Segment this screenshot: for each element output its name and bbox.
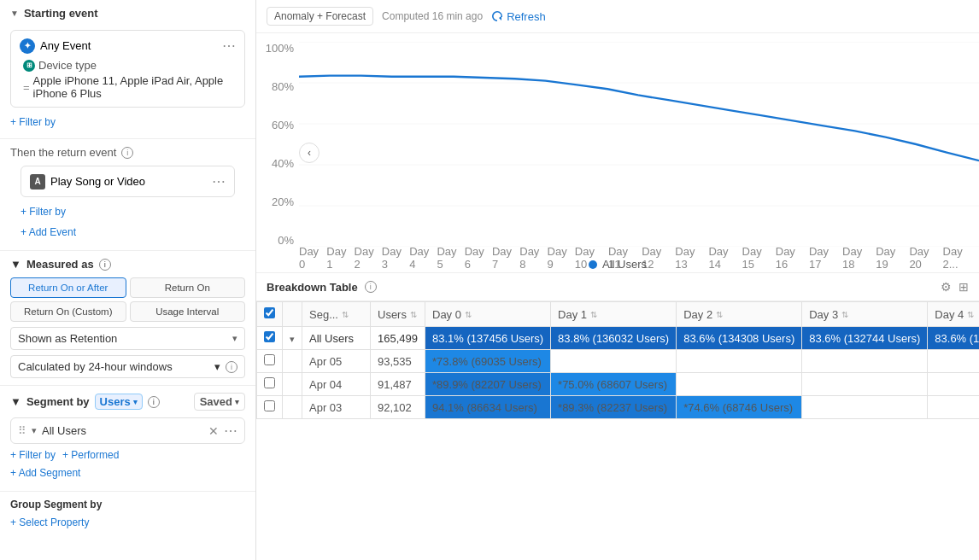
filter-performed-row: + Filter by + Performed <box>10 449 245 461</box>
starting-event-chevron[interactable]: ▼ <box>10 9 19 18</box>
y-label-100: 100% <box>261 42 294 55</box>
usage-interval-button[interactable]: Usage Interval <box>130 301 246 322</box>
filter-value-row: = Apple iPhone 11, Apple iPad Air, Apple… <box>23 74 236 100</box>
filter-by-tag[interactable]: + Filter by <box>10 449 56 461</box>
row-seg: Apr 05 <box>302 350 371 373</box>
calc-info-icon[interactable]: i <box>226 361 237 373</box>
segment-chevron[interactable]: ▼ <box>10 395 21 408</box>
drag-handle[interactable]: ⠿ <box>18 424 26 437</box>
x-day-2: Day 2 <box>355 245 382 271</box>
add-event-button[interactable]: + Add Event <box>21 226 76 238</box>
device-type-icon: ⊞ <box>23 60 35 72</box>
calculated-by-label: Calculated by 24-hour windows <box>18 360 173 373</box>
filter-operator: = <box>23 81 30 94</box>
row-day-3 <box>802 350 928 373</box>
day1-sort-icon: ⇅ <box>590 310 597 319</box>
return-event-label: Then the return event i <box>10 146 245 159</box>
saved-button[interactable]: Saved ▾ <box>194 393 245 411</box>
retention-chart <box>299 42 979 247</box>
th-users[interactable]: Users ⇅ <box>371 302 425 327</box>
row-checkbox[interactable] <box>264 377 275 388</box>
row-day-2 <box>677 350 802 373</box>
row-checkbox[interactable] <box>264 354 275 365</box>
breakdown-settings-button[interactable]: ⚙ <box>941 280 952 294</box>
row-day-3: 83.6% (132744 Users) <box>802 327 928 350</box>
row-checkbox[interactable] <box>264 331 275 342</box>
return-event-letter-icon: A <box>30 174 45 190</box>
return-event-info-icon[interactable]: i <box>121 147 133 159</box>
day0-sort-icon: ⇅ <box>465 310 472 319</box>
starting-event-more[interactable]: ⋯ <box>222 38 236 54</box>
x-day-15: Day 15 <box>742 245 776 271</box>
row-day-1: *89.3% (82237 Users) <box>551 396 677 419</box>
row-day-4 <box>928 350 979 373</box>
measured-as-info-icon[interactable]: i <box>99 259 111 271</box>
row-day-0: 83.1% (137456 Users) <box>425 327 551 350</box>
day2-sort-icon: ⇅ <box>716 310 723 319</box>
measured-chevron[interactable]: ▼ <box>10 258 21 271</box>
segment-info-icon[interactable]: i <box>148 396 160 408</box>
segment-name-input[interactable] <box>42 424 203 437</box>
users-tag-label: Users <box>100 395 131 408</box>
x-day-21: Day 2... <box>943 245 979 271</box>
row-day-3 <box>802 396 928 419</box>
table-header-row: Seg... ⇅ Users ⇅ Day 0 ⇅ Day 1 ⇅ Day 2 ⇅ <box>257 302 980 327</box>
chart-area: 100% 80% 60% 40% 20% 0% ‹ Day 0 <box>256 33 979 272</box>
return-event-more[interactable]: ⋯ <box>212 173 226 190</box>
segment-by-header: ▼ Segment by Users ▾ i Saved ▾ <box>10 393 245 411</box>
return-on-button[interactable]: Return On <box>130 277 246 298</box>
saved-label: Saved <box>200 395 232 408</box>
breakdown-info-icon[interactable]: i <box>365 281 377 293</box>
chart-nav-left[interactable]: ‹ <box>299 143 319 163</box>
row-checkbox[interactable] <box>264 400 275 411</box>
add-property-button[interactable]: + Select Property <box>10 516 89 528</box>
y-label-0: 0% <box>261 234 294 247</box>
x-day-16: Day 16 <box>776 245 809 271</box>
users-tag[interactable]: Users ▾ <box>95 394 143 410</box>
breakdown-export-button[interactable]: ⊞ <box>958 280 969 294</box>
th-seg[interactable]: Seg... ⇅ <box>302 302 371 327</box>
return-add-filter-button[interactable]: + Filter by <box>21 206 66 218</box>
breakdown-icons: ⚙ ⊞ <box>941 280 969 294</box>
anomaly-forecast-button[interactable]: Anomaly + Forecast <box>267 7 373 26</box>
return-event-card-header: A Play Song or Video ⋯ <box>30 173 226 190</box>
segment-more-button[interactable]: ⋯ <box>224 423 237 439</box>
calculated-by-row[interactable]: Calculated by 24-hour windows ▾ i <box>10 355 245 378</box>
th-day2[interactable]: Day 2 ⇅ <box>677 302 802 327</box>
x-day-6: Day 6 <box>465 245 492 271</box>
row-day-4 <box>928 396 979 419</box>
return-event-text: Then the return event <box>10 146 116 159</box>
row-expand-cell <box>283 373 302 396</box>
x-day-13: Day 13 <box>675 245 708 271</box>
y-axis-labels: 100% 80% 60% 40% 20% 0% <box>256 42 299 247</box>
row-expand-cell <box>283 396 302 419</box>
row-expand-button[interactable]: ▾ <box>290 334 295 344</box>
row-checkbox-cell <box>257 350 283 373</box>
return-on-custom-button[interactable]: Return On (Custom) <box>10 301 126 322</box>
return-event-title: A Play Song or Video <box>30 174 145 190</box>
group-segment-section: Group Segment by + Select Property <box>0 492 255 535</box>
return-on-or-after-button[interactable]: Return On or After <box>10 277 126 298</box>
x-day-18: Day 18 <box>842 245 876 271</box>
right-panel: Anomaly + Forecast Computed 16 min ago R… <box>256 0 979 560</box>
shown-as-dropdown[interactable]: Shown as Retention ▾ <box>10 327 245 350</box>
row-expand-cell <box>283 350 302 373</box>
th-day4[interactable]: Day 4 ⇅ <box>928 302 979 327</box>
refresh-icon <box>491 10 503 22</box>
x-day-5: Day 5 <box>437 245 464 271</box>
measured-as-label: Measured as <box>26 258 94 271</box>
header-checkbox[interactable] <box>264 307 275 318</box>
add-filter-button[interactable]: + Filter by <box>10 116 56 128</box>
y-label-80: 80% <box>261 80 294 93</box>
segment-close-button[interactable]: ✕ <box>208 424 219 438</box>
th-day3[interactable]: Day 3 ⇅ <box>802 302 928 327</box>
row-users: 91,487 <box>371 373 425 396</box>
th-day1[interactable]: Day 1 ⇅ <box>551 302 677 327</box>
performed-tag[interactable]: + Performed <box>62 449 119 461</box>
segment-expand[interactable]: ▾ <box>32 425 37 436</box>
refresh-button[interactable]: Refresh <box>491 10 546 23</box>
x-day-9: Day 9 <box>548 245 575 271</box>
add-segment-button[interactable]: + Add Segment <box>10 467 80 479</box>
th-day0[interactable]: Day 0 ⇅ <box>425 302 551 327</box>
legend-label: All Users <box>602 258 647 271</box>
